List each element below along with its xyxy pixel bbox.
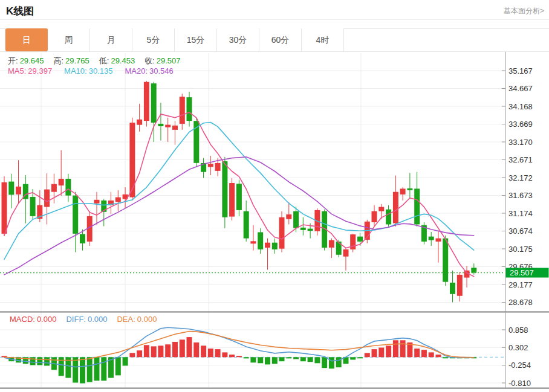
last-price-tag: 29.507 [506, 268, 549, 278]
macd-bar-positive [187, 337, 192, 357]
tab-30分[interactable]: 30分 [217, 28, 259, 51]
candle-down [80, 234, 85, 243]
macd-bar-negative [357, 357, 363, 358]
ohlc-legend: 开:29.645高:29.765低:29.453收:29.507 [8, 56, 181, 66]
price-axis-label: 32.172 [508, 173, 533, 182]
candle-up [215, 163, 221, 171]
tab-row-bottom-border [0, 51, 549, 52]
macd-bar-positive [193, 342, 199, 357]
candle-up [180, 97, 185, 124]
macd-bar-negative [258, 357, 263, 363]
price-axis-label: 34.667 [508, 84, 533, 93]
macd-bar-positive [414, 349, 420, 357]
macd-bar-positive [144, 345, 149, 357]
macd-bar-negative [94, 357, 100, 381]
macd-bar-negative [244, 357, 249, 358]
macd-bar-positive [400, 340, 406, 357]
candle-up [229, 183, 235, 217]
macd-bar-negative [314, 357, 320, 363]
macd-bar-negative [308, 357, 313, 362]
candle-up [457, 275, 463, 296]
candle-up [378, 207, 384, 211]
candle-down [244, 211, 249, 239]
candle-down [386, 210, 391, 225]
last-price-tag-label: 29.507 [510, 268, 534, 277]
legend-item-开: 开:29.645 [8, 56, 44, 66]
candle-up [144, 82, 149, 121]
legend-item-DIFF: DIFF:0.000 [66, 315, 107, 324]
candle-down [300, 228, 306, 230]
macd-bar-negative [87, 357, 93, 382]
candle-down [357, 237, 363, 242]
macd-bar-positive [172, 342, 178, 357]
tab-5分[interactable]: 5分 [132, 28, 175, 51]
candle-up [94, 200, 100, 204]
macd-bar-positive [165, 344, 171, 357]
macd-bar-positive [201, 345, 206, 357]
timeframe-tabs: 日周月5分15分30分60分4时 [5, 28, 344, 51]
tab-4时[interactable]: 4时 [302, 28, 344, 51]
candle-down [30, 197, 36, 216]
macd-bar-positive [215, 349, 221, 357]
price-axis-label: 35.167 [508, 66, 533, 76]
candle-up [2, 182, 7, 234]
macd-bar-positive [365, 353, 370, 357]
macd-bar-negative [115, 357, 121, 375]
macd-axis-label: -0.254 [508, 361, 531, 370]
macd-bar-negative [286, 357, 291, 358]
macd-bar-negative [123, 357, 128, 365]
candle-up [44, 190, 50, 207]
macd-bar-positive [208, 349, 213, 357]
candle-down [272, 243, 278, 249]
candle-up [286, 214, 291, 219]
macd-bar-negative [37, 357, 42, 365]
macd-bar-negative [300, 357, 306, 361]
price-axis-label: 29.177 [508, 280, 533, 289]
legend-item-低: 低:29.453 [99, 56, 135, 66]
macd-bar-positive [436, 355, 441, 357]
candle-up [59, 179, 64, 185]
tab-15分[interactable]: 15分 [175, 28, 217, 51]
macd-bar-negative [443, 357, 448, 358]
macd-bar-positive [372, 349, 377, 357]
macd-bar-negative [101, 357, 106, 381]
macd-axis-label: 0.302 [508, 343, 528, 352]
candle-up [208, 164, 213, 167]
macd-bar-positive [378, 348, 384, 358]
candle-up [372, 211, 377, 222]
candle-up [137, 120, 142, 125]
price-axis-label: 31.174 [508, 209, 533, 218]
candle-up [329, 240, 334, 248]
tab-月[interactable]: 月 [90, 28, 132, 51]
candle-up [343, 249, 349, 257]
candle-down [414, 188, 420, 224]
macd-bar-negative [44, 357, 50, 365]
macd-bar-positive [222, 352, 227, 357]
price-axis-label: 34.168 [508, 102, 533, 111]
macd-bar-positive [429, 352, 434, 357]
candle-down [293, 211, 299, 228]
tab-60分[interactable]: 60分 [259, 28, 302, 51]
price-axis-label: 33.669 [508, 120, 533, 129]
macd-axis-label: 0.858 [508, 326, 528, 335]
macd-bar-positive [421, 350, 427, 357]
price-axis-label: 30.175 [508, 245, 533, 254]
macd-bar-negative [250, 357, 256, 362]
price-axis-label: 31.673 [508, 191, 533, 200]
candle-down [187, 97, 192, 121]
candle-down [429, 237, 434, 240]
title-divider [0, 19, 549, 20]
tab-周[interactable]: 周 [48, 28, 90, 51]
price-axis-label: 33.170 [508, 138, 533, 147]
candle-up [51, 184, 57, 192]
macd-bar-negative [30, 357, 36, 365]
macd-bar-negative [293, 357, 299, 359]
tab-日[interactable]: 日 [5, 28, 48, 51]
macd-bar-negative [322, 357, 327, 368]
candle-down [471, 268, 476, 272]
candle-up [172, 126, 178, 130]
candle-up [436, 239, 441, 242]
fundamental-analysis-link[interactable]: 基本面分析> [504, 6, 544, 16]
candle-down [450, 283, 455, 294]
price-axis-label: 30.674 [508, 227, 533, 236]
